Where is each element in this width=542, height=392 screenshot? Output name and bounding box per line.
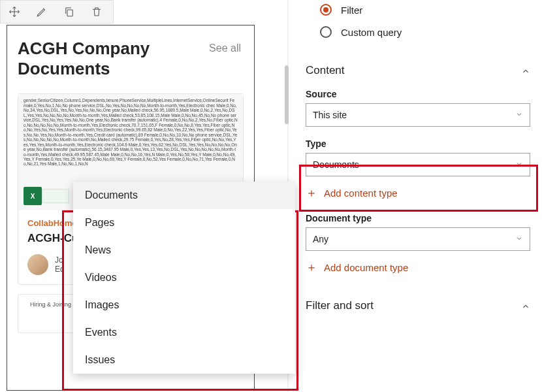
type-option-issues[interactable]: Issues <box>73 346 295 374</box>
section-content-label: Content <box>306 64 345 77</box>
type-option-videos[interactable]: Videos <box>73 264 295 291</box>
radio-custom-query[interactable]: Custom query <box>306 26 530 38</box>
type-option-images[interactable]: Images <box>73 291 295 319</box>
source-label: Source <box>306 89 530 99</box>
type-value: Documents <box>313 159 359 170</box>
add-content-type-label: Add content type <box>324 188 398 199</box>
chevron-down-icon <box>515 234 523 244</box>
chevron-up-icon <box>521 66 530 75</box>
type-label: Type <box>306 139 530 149</box>
see-all-link[interactable]: See all <box>209 42 241 54</box>
radio-custom-label: Custom query <box>341 27 402 38</box>
radio-checked-icon <box>320 4 332 16</box>
doctype-select[interactable]: Any <box>306 227 530 251</box>
thumbnail-text: gender,SeniorCitizen,Column1,Dependents,… <box>24 98 238 166</box>
chevron-down-icon <box>515 110 523 120</box>
svg-rect-0 <box>67 10 72 16</box>
trash-icon <box>91 6 103 18</box>
property-pane: Filter Custom query Content Source This … <box>294 0 542 392</box>
preview-scrollbar-thumb[interactable] <box>285 65 289 124</box>
radio-filter-label: Filter <box>341 5 362 16</box>
pencil-icon <box>36 6 48 18</box>
add-document-type-label: Add document type <box>324 262 408 273</box>
webpart-toolbar <box>0 0 114 24</box>
avatar <box>27 254 48 275</box>
author-name: Jo <box>55 255 65 265</box>
radio-unchecked-icon <box>320 26 332 38</box>
chevron-up-icon <box>521 301 530 310</box>
edit-button[interactable] <box>28 0 56 24</box>
add-document-type[interactable]: ＋ Add document type <box>306 261 530 273</box>
section-filter-sort-label: Filter and sort <box>306 299 374 312</box>
section-filter-sort[interactable]: Filter and sort <box>306 299 530 312</box>
doctype-value: Any <box>313 234 328 244</box>
duplicate-button[interactable] <box>56 0 83 24</box>
type-option-documents[interactable]: Documents <box>73 182 295 209</box>
type-option-events[interactable]: Events <box>73 319 295 346</box>
type-option-pages[interactable]: Pages <box>73 209 295 237</box>
author-activity: Ed <box>55 265 65 274</box>
source-value: This site <box>313 110 347 120</box>
move-button[interactable] <box>1 0 28 24</box>
plus-icon: ＋ <box>306 187 317 199</box>
type-select[interactable]: Documents <box>306 153 530 176</box>
move-icon <box>8 6 20 18</box>
delete-button[interactable] <box>83 0 110 24</box>
chevron-down-icon <box>515 159 523 170</box>
copy-icon <box>63 6 75 18</box>
source-select[interactable]: This site <box>306 103 530 127</box>
excel-icon: X <box>24 187 42 205</box>
radio-filter[interactable]: Filter <box>306 4 530 16</box>
plus-icon: ＋ <box>306 261 317 273</box>
type-option-news[interactable]: News <box>73 237 295 264</box>
add-content-type[interactable]: ＋ Add content type <box>306 187 530 199</box>
type-dropdown-menu: Documents Pages News Videos Images Event… <box>73 182 295 374</box>
doctype-label: Document type <box>306 213 530 223</box>
section-content[interactable]: Content <box>306 64 530 77</box>
